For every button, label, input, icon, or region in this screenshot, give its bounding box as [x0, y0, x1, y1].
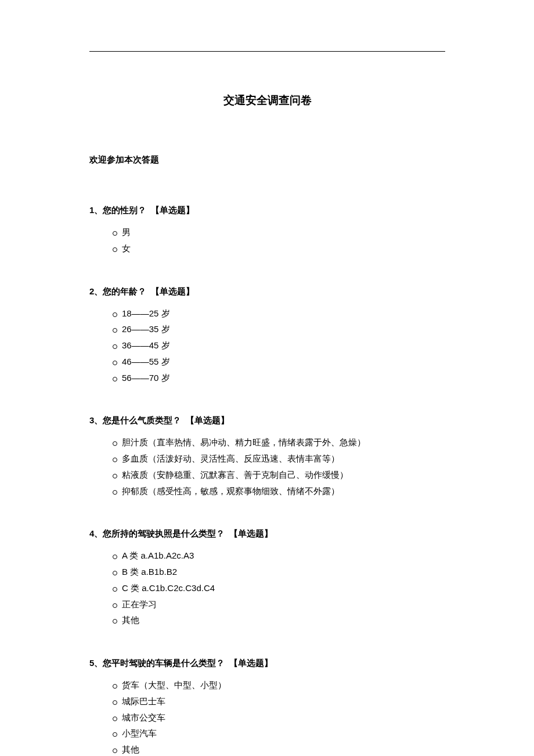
options-list: 货车（大型、中型、小型）城际巴士车城市公交车小型汽车其他	[89, 677, 445, 756]
radio-icon	[113, 344, 117, 349]
option-item[interactable]: 男	[113, 224, 445, 240]
option-item[interactable]: 其他	[113, 612, 445, 628]
header-divider	[89, 51, 445, 52]
question-text: 3、您是什么气质类型？【单选题】	[89, 413, 445, 427]
option-item[interactable]: 56——70 岁	[113, 370, 445, 386]
radio-icon	[113, 312, 117, 317]
option-label: 56——70 岁	[122, 370, 170, 386]
question-tag: 【单选题】	[186, 415, 229, 425]
option-label: 36——45 岁	[122, 337, 170, 354]
radio-icon	[113, 377, 117, 381]
question-number: 3、	[89, 415, 103, 425]
intro-text: 欢迎参加本次答题	[89, 154, 445, 165]
option-item[interactable]: 粘液质（安静稳重、沉默寡言、善于克制自己、动作缓慢）	[113, 467, 445, 483]
radio-icon	[113, 748, 117, 753]
question-label: 您的年龄？	[103, 286, 146, 296]
radio-icon	[113, 458, 117, 462]
options-list: 男女	[89, 224, 445, 257]
question-text: 5、您平时驾驶的车辆是什么类型？【单选题】	[89, 656, 445, 670]
radio-icon	[113, 555, 117, 559]
option-label: 粘液质（安静稳重、沉默寡言、善于克制自己、动作缓慢）	[122, 467, 348, 483]
option-label: 胆汁质（直率热情、易冲动、精力旺盛，情绪表露于外、急燥）	[122, 434, 366, 451]
radio-icon	[113, 490, 117, 495]
radio-icon	[113, 571, 117, 575]
option-item[interactable]: 正在学习	[113, 596, 445, 613]
question-block: 3、您是什么气质类型？【单选题】胆汁质（直率热情、易冲动、精力旺盛，情绪表露于外…	[89, 413, 445, 499]
option-label: 男	[122, 224, 131, 240]
radio-icon	[113, 732, 117, 737]
option-label: 货车（大型、中型、小型）	[122, 677, 226, 693]
option-item[interactable]: 抑郁质（感受性高，敏感，观察事物细致、情绪不外露）	[113, 483, 445, 499]
radio-icon	[113, 619, 117, 624]
option-label: 抑郁质（感受性高，敏感，观察事物细致、情绪不外露）	[122, 483, 340, 499]
question-text: 1、您的性别？【单选题】	[89, 203, 445, 217]
radio-icon	[113, 361, 117, 365]
question-tag: 【单选题】	[151, 286, 194, 296]
question-text: 4、您所持的驾驶执照是什么类型？【单选题】	[89, 527, 445, 541]
option-item[interactable]: 货车（大型、中型、小型）	[113, 677, 445, 693]
document-title: 交通安全调查问卷	[89, 93, 445, 108]
option-label: C 类 a.C1b.C2c.C3d.C4	[122, 580, 215, 596]
option-label: 26——35 岁	[122, 321, 170, 337]
questions-container: 1、您的性别？【单选题】男女2、您的年龄？【单选题】18——25 岁26——35…	[89, 203, 445, 756]
option-item[interactable]: 小型汽车	[113, 725, 445, 741]
option-item[interactable]: 18——25 岁	[113, 305, 445, 322]
question-number: 5、	[89, 658, 103, 668]
option-label: 18——25 岁	[122, 305, 170, 322]
question-label: 您的性别？	[103, 205, 146, 215]
option-item[interactable]: A 类 a.A1b.A2c.A3	[113, 548, 445, 564]
document-content: 交通安全调查问卷 欢迎参加本次答题 1、您的性别？【单选题】男女2、您的年龄？【…	[89, 93, 445, 756]
option-item[interactable]: 26——35 岁	[113, 321, 445, 337]
option-label: 其他	[122, 612, 139, 628]
option-item[interactable]: 城际巴士车	[113, 693, 445, 710]
question-block: 5、您平时驾驶的车辆是什么类型？【单选题】货车（大型、中型、小型）城际巴士车城市…	[89, 656, 445, 756]
radio-icon	[113, 587, 117, 592]
option-item[interactable]: 其他	[113, 741, 445, 756]
option-label: 小型汽车	[122, 725, 157, 741]
option-item[interactable]: 36——45 岁	[113, 337, 445, 354]
question-block: 1、您的性别？【单选题】男女	[89, 203, 445, 257]
radio-icon	[113, 231, 117, 236]
option-label: 城市公交车	[122, 710, 165, 726]
radio-icon	[113, 700, 117, 705]
question-tag: 【单选题】	[229, 658, 273, 668]
option-label: A 类 a.A1b.A2c.A3	[122, 548, 194, 564]
options-list: A 类 a.A1b.A2c.A3B 类 a.B1b.B2C 类 a.C1b.C2…	[89, 548, 445, 628]
question-block: 2、您的年龄？【单选题】18——25 岁26——35 岁36——45 岁46——…	[89, 285, 445, 386]
radio-icon	[113, 603, 117, 608]
option-label: 女	[122, 240, 131, 257]
radio-icon	[113, 328, 117, 333]
radio-icon	[113, 441, 117, 446]
options-list: 18——25 岁26——35 岁36——45 岁46——55 岁56——70 岁	[89, 305, 445, 386]
option-item[interactable]: B 类 a.B1b.B2	[113, 564, 445, 580]
option-label: 多血质（活泼好动、灵活性高、反应迅速、表情丰富等）	[122, 451, 340, 467]
radio-icon	[113, 474, 117, 478]
option-item[interactable]: 女	[113, 240, 445, 257]
radio-icon	[113, 247, 117, 252]
question-number: 4、	[89, 528, 103, 538]
question-text: 2、您的年龄？【单选题】	[89, 285, 445, 298]
question-label: 您是什么气质类型？	[103, 415, 181, 425]
option-label: 正在学习	[122, 596, 157, 613]
option-item[interactable]: 46——55 岁	[113, 354, 445, 370]
radio-icon	[113, 684, 117, 689]
options-list: 胆汁质（直率热情、易冲动、精力旺盛，情绪表露于外、急燥）多血质（活泼好动、灵活性…	[89, 434, 445, 499]
radio-icon	[113, 717, 117, 721]
question-number: 1、	[89, 205, 103, 215]
question-block: 4、您所持的驾驶执照是什么类型？【单选题】A 类 a.A1b.A2c.A3B 类…	[89, 527, 445, 628]
option-item[interactable]: 多血质（活泼好动、灵活性高、反应迅速、表情丰富等）	[113, 451, 445, 467]
question-number: 2、	[89, 286, 103, 296]
option-label: 46——55 岁	[122, 354, 170, 370]
question-label: 您平时驾驶的车辆是什么类型？	[103, 658, 225, 668]
option-label: 城际巴士车	[122, 693, 165, 710]
question-label: 您所持的驾驶执照是什么类型？	[103, 528, 225, 538]
option-item[interactable]: 胆汁质（直率热情、易冲动、精力旺盛，情绪表露于外、急燥）	[113, 434, 445, 451]
option-label: B 类 a.B1b.B2	[122, 564, 177, 580]
question-tag: 【单选题】	[229, 528, 273, 538]
question-tag: 【单选题】	[151, 205, 194, 215]
option-label: 其他	[122, 741, 139, 756]
option-item[interactable]: 城市公交车	[113, 710, 445, 726]
option-item[interactable]: C 类 a.C1b.C2c.C3d.C4	[113, 580, 445, 596]
